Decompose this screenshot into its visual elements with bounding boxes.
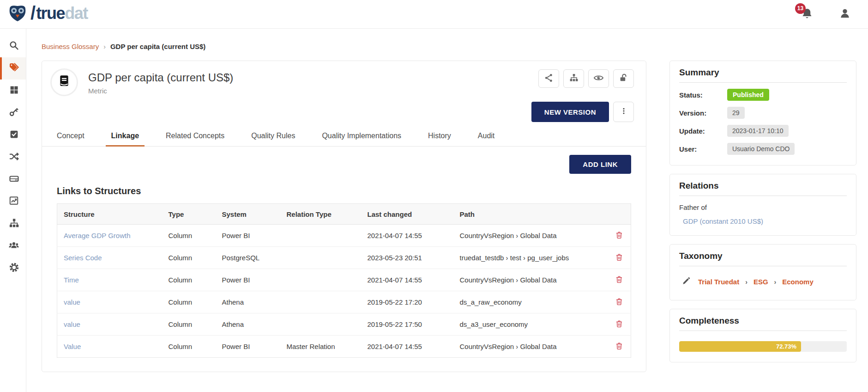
cell-last-changed: 2023-05-23 20:51 <box>361 247 453 269</box>
cell-relation-type: Master Relation <box>280 336 361 358</box>
summary-title: Summary <box>679 67 847 83</box>
sidebar-item-dashboards[interactable] <box>0 80 26 102</box>
page-title: GDP per capita (current US$) <box>88 71 233 84</box>
cell-type: Column <box>162 313 216 336</box>
table-header-row: Structure Type System Relation Type Last… <box>57 204 631 225</box>
tab-quality-rules[interactable]: Quality Rules <box>246 126 301 147</box>
breadcrumb-parent-link[interactable]: Business Glossary <box>42 43 99 50</box>
logo-text: truedat <box>36 5 88 22</box>
related-concept-link[interactable]: GDP (constant 2010 US$) <box>679 217 847 225</box>
cell-last-changed: 2021-04-07 14:55 <box>361 225 453 247</box>
notifications-button[interactable]: 13 <box>801 7 814 22</box>
share-button[interactable] <box>538 69 559 88</box>
cell-path: ds_a_raw_economy <box>453 291 608 313</box>
update-badge: 2023-01-17 10:10 <box>727 125 789 137</box>
delete-link-button[interactable] <box>614 230 624 242</box>
table-row: Series Code Column PostgreSQL 2023-05-23… <box>57 247 631 269</box>
delete-link-button[interactable] <box>614 296 624 308</box>
sidebar-item-lineage[interactable] <box>0 146 26 168</box>
users-icon <box>8 239 19 252</box>
sidebar-item-users[interactable] <box>0 235 26 257</box>
delete-link-button[interactable] <box>614 252 624 264</box>
completeness-progress-track: 72.73% <box>679 341 847 352</box>
cell-relation-type <box>280 269 361 291</box>
trash-icon <box>615 256 623 263</box>
tab-audit[interactable]: Audit <box>472 126 500 147</box>
sidebar-item-taxonomy[interactable] <box>0 213 26 235</box>
taxonomy-link-subdomain[interactable]: ESG <box>753 278 768 286</box>
top-bar: / truedat 13 <box>0 0 868 29</box>
trash-icon <box>615 345 623 352</box>
cell-relation-type <box>280 247 361 269</box>
trash-icon <box>615 300 623 307</box>
taxonomy-link-area[interactable]: Economy <box>782 278 814 286</box>
more-actions-button[interactable] <box>613 102 634 122</box>
structure-link[interactable]: value <box>64 298 80 306</box>
completeness-percent: 72.73% <box>776 343 796 350</box>
structure-link[interactable]: Series Code <box>64 254 102 262</box>
delete-link-button[interactable] <box>614 341 624 353</box>
share-icon <box>544 73 554 85</box>
eye-icon <box>593 73 604 85</box>
watch-button[interactable] <box>588 69 609 88</box>
chevron-right-icon: › <box>745 278 747 286</box>
summary-panel: Summary Status: Published Version: 29 Up… <box>669 61 856 165</box>
lock-button[interactable] <box>613 69 634 88</box>
cell-last-changed: 2019-05-22 17:50 <box>361 313 453 336</box>
delete-link-button[interactable] <box>614 274 624 286</box>
tab-linkage[interactable]: Linkage <box>106 126 145 147</box>
sidebar-item-analytics[interactable] <box>0 190 26 213</box>
cell-path: CountryVsRegion › Global Data <box>453 269 608 291</box>
col-header-actions <box>608 204 631 225</box>
table-row: Value Column Power BI Master Relation 20… <box>57 336 631 358</box>
cell-system: Athena <box>216 291 280 313</box>
new-version-button[interactable]: NEW VERSION <box>531 102 609 122</box>
links-table: Structure Type System Relation Type Last… <box>57 203 631 358</box>
tab-related-concepts[interactable]: Related Concepts <box>160 126 230 147</box>
sidebar-item-quality[interactable] <box>0 124 26 146</box>
structure-link[interactable]: value <box>64 320 80 328</box>
completeness-title: Completeness <box>679 316 847 331</box>
structure-link[interactable]: Average GDP Growth <box>64 232 131 239</box>
cell-path: truedat_testdb › test › pg_user_jobs <box>453 247 608 269</box>
add-link-button[interactable]: ADD LINK <box>569 155 631 174</box>
lineage-button[interactable] <box>563 69 584 88</box>
version-badge: 29 <box>727 107 745 119</box>
relation-kind-label: Father of <box>679 203 847 211</box>
structure-link[interactable]: Value <box>64 343 81 350</box>
grid-icon <box>9 85 19 97</box>
book-icon <box>57 74 72 91</box>
cell-system: PostgreSQL <box>216 247 280 269</box>
sidebar-item-settings[interactable] <box>0 257 26 279</box>
delete-link-button[interactable] <box>614 318 624 331</box>
tab-concept[interactable]: Concept <box>51 126 90 147</box>
key-icon <box>9 107 19 119</box>
user-icon <box>838 13 851 21</box>
sidebar-item-permissions[interactable] <box>0 102 26 124</box>
col-header-relation-type: Relation Type <box>280 204 361 225</box>
cell-type: Column <box>162 336 216 358</box>
concept-tabs: Concept Linkage Related Concepts Quality… <box>42 126 646 147</box>
relations-title: Relations <box>679 181 847 196</box>
pencil-icon[interactable] <box>682 276 691 287</box>
taxonomy-link-domain[interactable]: Trial Truedat <box>698 278 739 286</box>
sidebar-item-structures[interactable] <box>0 168 26 190</box>
links-section-title: Links to Structures <box>57 186 631 196</box>
owl-logo-icon <box>7 3 28 25</box>
app-logo[interactable]: / truedat <box>7 3 88 25</box>
cell-path: CountryVsRegion › Global Data <box>453 336 608 358</box>
user-menu-button[interactable] <box>838 7 851 22</box>
check-square-icon <box>9 129 19 141</box>
structure-link[interactable]: Time <box>64 276 79 284</box>
sidebar-item-search[interactable] <box>0 35 26 57</box>
tab-history[interactable]: History <box>422 126 457 147</box>
taxonomy-breadcrumb: Trial Truedat › ESG › Economy <box>698 278 814 286</box>
cell-type: Column <box>162 225 216 247</box>
relations-panel: Relations Father of GDP (constant 2010 U… <box>669 174 856 236</box>
concept-avatar <box>50 68 78 96</box>
col-header-path: Path <box>453 204 608 225</box>
cell-last-changed: 2021-04-07 14:55 <box>361 269 453 291</box>
sidebar-item-glossary[interactable] <box>0 57 26 80</box>
version-label: Version: <box>679 109 727 117</box>
tab-quality-implementations[interactable]: Quality Implementations <box>316 126 407 147</box>
